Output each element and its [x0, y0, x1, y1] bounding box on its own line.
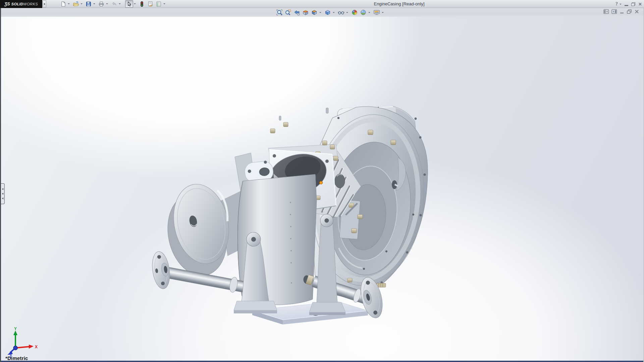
- window-bottom-border: [0, 361, 644, 362]
- select-dropdown[interactable]: [133, 0, 136, 8]
- view-settings-dropdown[interactable]: [381, 9, 384, 16]
- heads-up-strip: [0, 8, 644, 17]
- solidworks-logo-mark: ƷS: [4, 1, 10, 6]
- new-dropdown[interactable]: [67, 0, 70, 8]
- solidworks-logo-text: SOLIDWORKS: [11, 2, 38, 6]
- display-style-icon: [324, 9, 331, 16]
- print-button[interactable]: [97, 0, 105, 8]
- collapse-right-pane-button[interactable]: [611, 9, 617, 14]
- collapse-left-pane-button[interactable]: [603, 9, 609, 14]
- collapse-arrow-icon: [2, 197, 3, 199]
- rebuild-button[interactable]: [138, 0, 146, 8]
- zoom-to-fit-icon: [276, 9, 283, 16]
- document-window-controls: [603, 9, 639, 14]
- section-view-icon: [302, 9, 309, 16]
- select-cursor-icon: [126, 1, 132, 7]
- collapse-arrow-icon: [2, 188, 3, 190]
- traffic-light-icon: [139, 1, 145, 7]
- flyout-arrow-icon: [44, 3, 45, 5]
- window-restore-button[interactable]: [631, 2, 635, 6]
- knob-boss: [335, 174, 345, 188]
- graphics-viewport[interactable]: Y X Z *Dimetric: [0, 17, 644, 362]
- title-bar: ƷS SOLIDWORKS: [0, 0, 644, 8]
- appearance-sphere-icon: [351, 9, 358, 16]
- engine-casing-model[interactable]: [0, 17, 644, 362]
- model-root[interactable]: [150, 106, 432, 324]
- view-orientation-dropdown[interactable]: [319, 9, 322, 16]
- zoom-to-area-button[interactable]: [284, 8, 292, 16]
- edit-appearance-button[interactable]: [351, 8, 359, 16]
- open-dropdown[interactable]: [80, 0, 83, 8]
- view-settings-button[interactable]: [373, 8, 381, 16]
- select-tool-button[interactable]: [125, 0, 133, 8]
- save-button[interactable]: [85, 0, 93, 8]
- view-orientation-button[interactable]: [310, 8, 318, 16]
- apply-scene-icon: [360, 9, 367, 16]
- document-title: EngineCasing [Read-only]: [356, 0, 443, 8]
- options-button[interactable]: [155, 0, 163, 8]
- hide-show-dropdown[interactable]: [346, 9, 348, 16]
- view-settings-icon: [373, 9, 380, 16]
- undo-dropdown[interactable]: [118, 0, 121, 8]
- view-orientation-icon: [311, 9, 318, 16]
- zoom-to-area-icon: [285, 9, 291, 16]
- hide-show-items-button[interactable]: [337, 8, 345, 16]
- close-document-button[interactable]: [634, 9, 639, 14]
- apply-scene-button[interactable]: [359, 8, 367, 16]
- heads-up-view-toolbar: [275, 8, 385, 16]
- triad-y-label: Y: [14, 327, 17, 331]
- options-dropdown[interactable]: [163, 0, 166, 8]
- triad-x-label: X: [35, 345, 38, 349]
- save-dropdown[interactable]: [93, 0, 96, 8]
- view-orientation-label: *Dimetric: [5, 355, 28, 361]
- menu-flyout-arrow[interactable]: [43, 0, 46, 8]
- logo-works: WORKS: [23, 2, 38, 6]
- left-flange: [150, 250, 172, 290]
- file-properties-button[interactable]: [146, 0, 154, 8]
- window-controls: ? ✕: [615, 0, 642, 8]
- print-dropdown[interactable]: [106, 0, 108, 8]
- undo-button[interactable]: [110, 0, 118, 8]
- zoom-to-fit-button[interactable]: [275, 8, 283, 16]
- help-dropdown[interactable]: [620, 4, 622, 5]
- undo-icon: [111, 1, 117, 7]
- minimize-document-button[interactable]: [620, 9, 624, 14]
- collapse-arrow-icon: [2, 193, 3, 195]
- logo-solid: SOLID: [11, 2, 23, 6]
- printer-icon: [98, 1, 104, 7]
- restore-document-button[interactable]: [627, 9, 632, 14]
- standard-toolbar: [59, 0, 167, 8]
- previous-view-button[interactable]: [293, 8, 301, 16]
- save-floppy-icon: [86, 1, 92, 7]
- open-folder-icon: [73, 1, 79, 7]
- feature-panel-collapsed-tab[interactable]: [1, 183, 5, 204]
- display-style-dropdown[interactable]: [332, 9, 335, 16]
- display-style-button[interactable]: [324, 8, 332, 16]
- window-minimize-button[interactable]: [625, 5, 628, 6]
- solidworks-logo: ƷS SOLIDWORKS: [0, 0, 42, 8]
- new-document-icon: [60, 1, 66, 7]
- open-button[interactable]: [72, 0, 80, 8]
- reference-triad: Y X Z: [3, 327, 40, 358]
- apply-scene-dropdown[interactable]: [368, 9, 371, 16]
- help-button[interactable]: ?: [615, 1, 618, 7]
- previous-view-icon: [293, 9, 300, 16]
- section-view-button[interactable]: [302, 8, 310, 16]
- vertex-marker[interactable]: [320, 181, 323, 184]
- file-properties-icon: [147, 1, 153, 7]
- window-close-button[interactable]: ✕: [638, 2, 642, 7]
- eyeglasses-icon: [338, 9, 344, 16]
- options-checklist-icon: [156, 1, 162, 7]
- new-document-button[interactable]: [59, 0, 67, 8]
